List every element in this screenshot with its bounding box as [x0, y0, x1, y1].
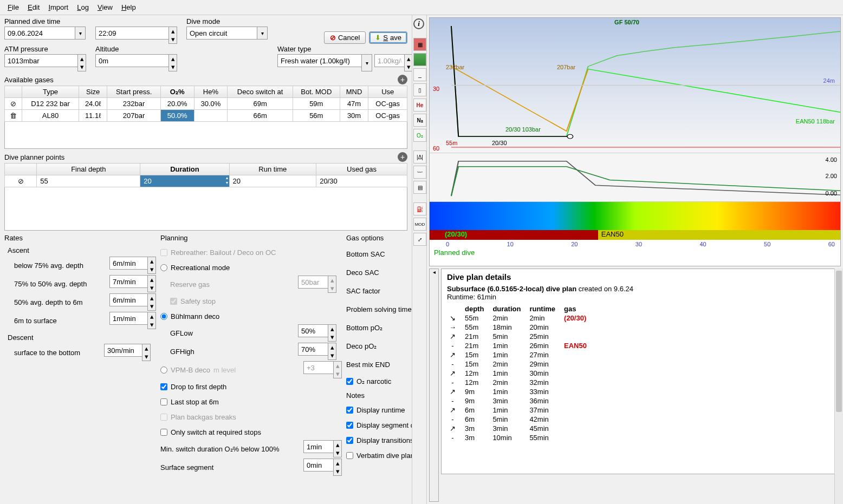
plan-row: ↗3m3min45min: [447, 424, 593, 433]
plan-row: -15m2min29min: [447, 359, 593, 369]
tool-bars-icon[interactable]: ▯: [413, 83, 426, 96]
plan-row: -9m3min36min: [447, 396, 593, 405]
ascent-below75-input[interactable]: [109, 257, 147, 270]
density-input: [374, 54, 404, 67]
label-planner-points: Dive planner points: [4, 153, 64, 161]
plan-row: -3m10min55min: [447, 433, 593, 442]
drop-first-checkbox[interactable]: [160, 383, 167, 390]
tool-tank-icon[interactable]: ⛽: [413, 202, 426, 215]
label-gas-options: Gas options: [346, 234, 412, 242]
planned-dive-label: Planned dive: [430, 247, 840, 258]
menu-help[interactable]: Help: [118, 2, 139, 12]
tool-he-icon[interactable]: He: [413, 99, 426, 112]
plan-row: ↗15m1min27min: [447, 350, 593, 359]
gflow-input[interactable]: [298, 324, 328, 337]
label-planned-dive-time: Planned dive time: [4, 17, 91, 25]
tool-scale-icon[interactable]: ⤢: [413, 233, 426, 246]
collapse-handle[interactable]: ◂: [429, 269, 439, 502]
info-icon[interactable]: i: [413, 18, 424, 29]
cancel-icon: ⊘: [330, 34, 336, 42]
plan-row: -6m5min42min: [447, 415, 593, 424]
label-dive-mode: Dive mode: [186, 17, 273, 25]
gas-row[interactable]: 🗑AL8011.1ℓ207bar50.0%66m56m30mOC-gas: [5, 110, 407, 122]
profile-toolstrip: i ▦ ⎯ ▯ He N₂ O₂ |Δ| 〰 ▤ ⛽ MOD ⤢: [412, 15, 427, 504]
water-type-select[interactable]: [277, 54, 361, 67]
date-input[interactable]: [4, 27, 75, 40]
min-switch-input[interactable]: [303, 440, 333, 453]
time-spinner[interactable]: ▴▾: [168, 27, 177, 44]
dive-mode-dropdown-icon[interactable]: ▾: [257, 27, 268, 40]
save-button[interactable]: ⬇Save: [369, 31, 407, 44]
gfhigh-input[interactable]: [298, 343, 328, 356]
menu-import[interactable]: Import: [45, 2, 72, 12]
details-title: Dive plan details: [447, 272, 835, 282]
label-atm-pressure: ATM pressure: [4, 45, 91, 53]
svg-point-0: [567, 134, 573, 139]
o2-narcotic-checkbox[interactable]: [346, 378, 353, 385]
label-available-gases: Available gases: [4, 76, 54, 84]
gas-row[interactable]: ⊘D12 232 bar24.0ℓ232bar20.0%30.0%69m59m4…: [5, 98, 407, 110]
label-water-type: Water type: [277, 45, 375, 53]
ascent-50-6-input[interactable]: [109, 293, 147, 306]
cancel-button[interactable]: ⊘Cancel: [324, 31, 366, 44]
dive-mode-select[interactable]: [186, 27, 257, 40]
display-transitions-checkbox[interactable]: [346, 437, 353, 444]
vpm-radio[interactable]: [160, 366, 167, 374]
label-altitude: Altitude: [95, 45, 182, 53]
ascent-6-surf-input[interactable]: [109, 312, 147, 325]
verbatim-checkbox[interactable]: [346, 452, 353, 459]
rebreather-checkbox: [160, 249, 167, 256]
only-switch-checkbox[interactable]: [160, 429, 167, 436]
gases-table: TypeSizeStart press.O₂%He%Deco switch at…: [4, 86, 407, 122]
dive-profile-chart[interactable]: GF 50/70 232bar 207bar 30 60 55m 20/30 2…: [429, 17, 841, 266]
tool-mod-icon[interactable]: MOD: [413, 218, 426, 231]
right-panel: GF 50/70 232bar 207bar 30 60 55m 20/30 2…: [427, 15, 843, 504]
tool-n2-icon[interactable]: N₂: [413, 114, 426, 127]
recreational-radio[interactable]: [160, 264, 167, 271]
add-point-button[interactable]: +: [398, 152, 407, 162]
tool-photos-icon[interactable]: ▤: [413, 181, 426, 194]
atm-input[interactable]: [4, 54, 77, 67]
plan-row: ↗12m1min30min: [447, 369, 593, 378]
dive-plan-details: Dive plan details Subsurface (6.0.5165-2…: [441, 269, 841, 474]
plan-row: -12m2min32min: [447, 378, 593, 387]
time-input[interactable]: [95, 27, 168, 40]
label-ascent: Ascent: [8, 246, 156, 254]
display-runtime-checkbox[interactable]: [346, 407, 353, 414]
tool-ruler-icon[interactable]: |Δ|: [413, 150, 426, 163]
date-dropdown-icon[interactable]: ▾: [75, 27, 86, 40]
plan-row: ↘55m2min2min(20/30): [447, 313, 593, 323]
menu-file[interactable]: FFileile: [4, 2, 22, 12]
altitude-input[interactable]: [95, 54, 168, 67]
label-planning: Planning: [160, 234, 342, 242]
left-panel: Planned dive time ▾ ▴▾ Dive mode ▾: [0, 15, 412, 504]
plan-table: depthdurationruntimegas ↘55m2min2min(20/…: [447, 304, 593, 442]
tool-o2-icon[interactable]: O₂: [413, 129, 426, 142]
menu-log[interactable]: Log: [74, 2, 92, 12]
label-notes: Notes: [346, 391, 412, 400]
tool-ceiling-icon[interactable]: ⎯: [413, 68, 426, 81]
plan-row: ↗9m1min33min: [447, 387, 593, 396]
add-gas-button[interactable]: +: [398, 75, 407, 84]
display-segment-checkbox[interactable]: [346, 422, 353, 429]
details-scrollbar[interactable]: [834, 269, 841, 474]
descent-input[interactable]: [104, 344, 142, 357]
tool-graph-icon[interactable]: 〰: [413, 166, 426, 179]
last-stop-checkbox[interactable]: [160, 398, 167, 405]
safety-stop-checkbox: [170, 298, 177, 305]
ascent-75-50-input[interactable]: [109, 275, 147, 288]
menu-view[interactable]: View: [94, 2, 116, 12]
tool-tissues-icon[interactable]: [413, 53, 426, 66]
point-row[interactable]: ⊘5520▴▾2020/30: [5, 175, 407, 187]
plan-row: ↗6m1min37min: [447, 405, 593, 415]
buhlmann-radio[interactable]: [160, 313, 167, 320]
plan-row: →55m18min20min: [447, 323, 593, 332]
plan-row: ↗21m5min25min: [447, 332, 593, 341]
backgas-checkbox: [160, 414, 167, 421]
tool-profile-icon[interactable]: ▦: [413, 38, 426, 51]
menubar: FFileile Edit Import Log View Help: [0, 0, 843, 15]
label-rates: Rates: [4, 234, 156, 242]
menu-edit[interactable]: Edit: [24, 2, 43, 12]
surface-seg-input[interactable]: [303, 459, 333, 472]
save-icon: ⬇: [375, 34, 381, 42]
